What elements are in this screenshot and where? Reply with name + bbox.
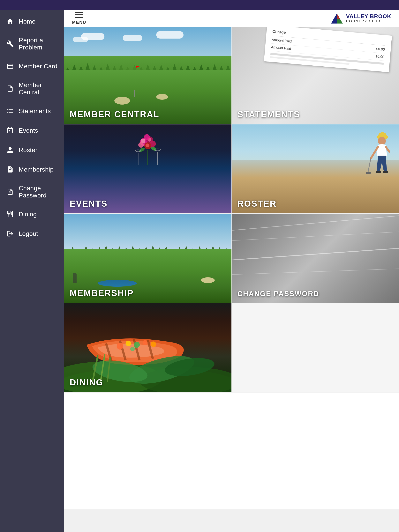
tile-statements[interactable]: Charge Amount Paid $0.00 Amount Paid $0.… <box>232 27 399 124</box>
logo-area: VALLEY BROOK COUNTRY CLUB <box>330 13 391 24</box>
sidebar: Home Report a Problem Member Card <box>0 10 64 532</box>
tile-membership[interactable]: MEMBERSHIP <box>64 214 232 303</box>
sidebar-item-logout[interactable]: Logout <box>0 224 64 243</box>
logo-icon <box>330 13 344 24</box>
svg-point-28 <box>376 171 381 173</box>
sidebar-label-member-card: Member Card <box>19 63 58 70</box>
tile-dining[interactable]: DINING <box>64 303 232 392</box>
tile-label-change-password: CHANGE PASSWORD <box>238 290 319 298</box>
menu-label: MENU <box>72 20 86 25</box>
tile-label-roster: ROSTER <box>238 199 277 209</box>
svg-line-24 <box>371 147 378 158</box>
svg-point-40 <box>143 340 148 345</box>
sidebar-item-member-card[interactable]: Member Card <box>0 57 64 76</box>
flower-arrangement <box>129 126 167 165</box>
sidebar-item-home[interactable]: Home <box>0 12 64 31</box>
sidebar-label-home: Home <box>19 18 36 25</box>
tile-grid: MEMBER CENTRAL Charge Amount Paid $0.00 … <box>64 27 399 532</box>
tile-label-events: EVENTS <box>70 199 108 209</box>
card-icon <box>6 62 14 70</box>
list-icon <box>6 107 14 115</box>
sidebar-label-member-central: Member Central <box>19 81 58 96</box>
menu-button[interactable]: MENU <box>72 12 86 25</box>
sidebar-label-logout: Logout <box>19 230 38 237</box>
logout-icon <box>6 229 14 238</box>
content-area: MENU VALLEY BROOK COUNTRY CLUB <box>64 10 399 532</box>
sidebar-item-member-central[interactable]: Member Central <box>0 76 64 101</box>
document-icon <box>6 84 14 93</box>
svg-point-20 <box>136 165 140 165</box>
sidebar-label-dining: Dining <box>19 211 37 218</box>
svg-marker-0 <box>331 13 337 23</box>
content-header: MENU VALLEY BROOK COUNTRY CLUB <box>64 10 399 27</box>
sidebar-label-membership: Membership <box>19 166 54 173</box>
svg-marker-2 <box>337 13 340 19</box>
sidebar-item-report-problem[interactable]: Report a Problem <box>0 31 64 57</box>
sidebar-label-roster: Roster <box>19 146 37 154</box>
sidebar-item-membership[interactable]: Membership <box>0 160 64 179</box>
svg-point-39 <box>134 342 140 348</box>
tile-label-statements: STATEMENTS <box>238 109 300 119</box>
svg-point-8 <box>144 134 150 140</box>
svg-point-23 <box>378 137 386 145</box>
tile-member-central[interactable]: MEMBER CENTRAL <box>64 27 232 124</box>
sidebar-item-events[interactable]: Events <box>0 121 64 140</box>
sidebar-item-statements[interactable]: Statements <box>0 101 64 121</box>
tile-roster[interactable]: ROSTER <box>232 124 399 213</box>
sidebar-item-change-password[interactable]: Change Password <box>0 179 64 204</box>
hamburger-icon <box>75 12 83 18</box>
svg-point-12 <box>146 144 149 147</box>
tile-label-dining: DINING <box>70 378 103 387</box>
top-bar <box>0 0 399 10</box>
sidebar-label-report-problem: Report a Problem <box>19 37 58 51</box>
tile-label-membership: MEMBERSHIP <box>70 288 134 298</box>
sidebar-item-dining[interactable]: Dining <box>0 204 64 224</box>
tile-events[interactable]: EVENTS <box>64 124 232 213</box>
svg-point-41 <box>151 342 156 347</box>
golfer-figure <box>364 128 393 179</box>
sidebar-label-change-password: Change Password <box>19 185 58 199</box>
svg-point-29 <box>383 171 388 173</box>
calendar-icon <box>6 126 14 135</box>
sidebar-item-roster[interactable]: Roster <box>0 140 64 160</box>
person-icon <box>6 146 14 154</box>
svg-point-10 <box>138 142 144 148</box>
logo-name2: COUNTRY CLUB <box>346 19 391 23</box>
main-layout: Home Report a Problem Member Card <box>0 10 399 532</box>
sidebar-label-statements: Statements <box>19 108 51 115</box>
svg-rect-27 <box>366 172 371 174</box>
svg-line-26 <box>368 158 371 173</box>
change-password-icon <box>6 188 14 196</box>
svg-point-38 <box>125 341 131 346</box>
empty-dining-right <box>232 303 399 392</box>
sidebar-label-events: Events <box>19 127 38 134</box>
tile-change-password[interactable]: CHANGE PASSWORD <box>232 214 399 303</box>
svg-point-17 <box>155 165 160 165</box>
home-icon <box>6 17 14 26</box>
logo-name1: VALLEY BROOK <box>346 13 391 19</box>
tile-label-member-central: MEMBER CENTRAL <box>70 109 159 119</box>
wrench-icon <box>6 39 14 48</box>
svg-point-42 <box>130 347 135 351</box>
membership-file-icon <box>6 165 14 174</box>
logo-text: VALLEY BROOK COUNTRY CLUB <box>346 13 391 23</box>
below-grid-area <box>64 393 399 509</box>
fork-knife-icon <box>6 210 14 218</box>
svg-point-37 <box>117 343 123 349</box>
